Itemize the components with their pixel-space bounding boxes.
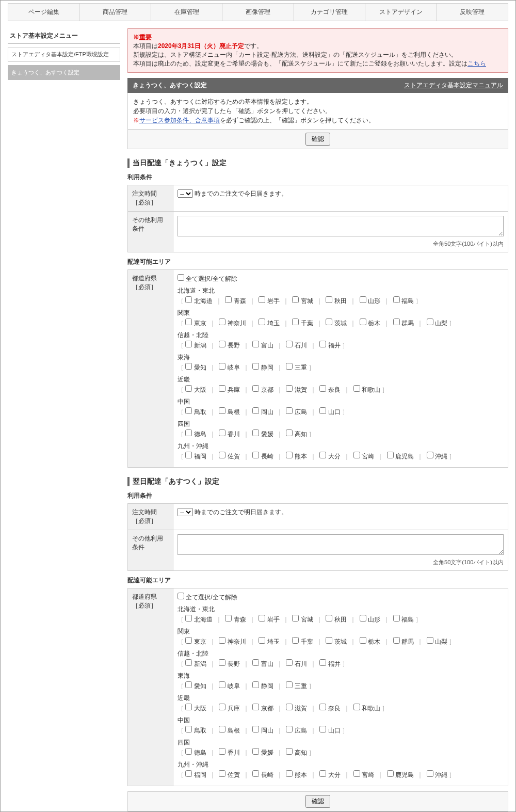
pref-checkbox[interactable]: 福井 <box>319 342 340 349</box>
pref-checkbox[interactable]: 香川 <box>219 431 239 438</box>
pref-checkbox[interactable]: 福島 <box>393 616 414 623</box>
pref-checkbox[interactable]: 熊本 <box>286 453 307 460</box>
pref-checkbox[interactable]: 京都 <box>252 386 273 393</box>
pref-checkbox[interactable]: 岡山 <box>252 727 273 734</box>
topnav-item-2[interactable]: 在庫管理 <box>151 4 222 21</box>
pref-checkbox[interactable]: 岐阜 <box>219 364 239 371</box>
pref-checkbox[interactable]: 群馬 <box>393 320 414 327</box>
pref-checkbox[interactable]: 茨城 <box>326 638 346 645</box>
pref-checkbox[interactable]: 滋賀 <box>286 386 307 393</box>
pref-checkbox[interactable]: 長崎 <box>252 453 273 460</box>
pref-checkbox[interactable]: 島根 <box>219 408 239 416</box>
pref-checkbox[interactable]: 岩手 <box>259 616 279 623</box>
pref-checkbox[interactable]: 富山 <box>252 660 273 667</box>
pref-checkbox[interactable]: 宮崎 <box>353 453 374 460</box>
pref-checkbox[interactable]: 埼玉 <box>259 320 279 327</box>
pref-checkbox[interactable]: 山口 <box>319 727 340 734</box>
pref-checkbox[interactable]: 岩手 <box>259 297 279 305</box>
pref-checkbox[interactable]: 栃木 <box>360 320 380 327</box>
pref-checkbox[interactable]: 福岡 <box>185 453 206 460</box>
pref-checkbox[interactable]: 広島 <box>286 408 307 416</box>
pref-checkbox[interactable]: 鳥取 <box>185 727 206 734</box>
pref-checkbox[interactable]: 大分 <box>319 453 340 460</box>
pref-checkbox[interactable]: 静岡 <box>252 364 273 371</box>
pref-checkbox[interactable]: 栃木 <box>360 638 380 645</box>
pref-checkbox[interactable]: 沖縄 <box>427 453 447 460</box>
pref-checkbox[interactable]: 山梨 <box>427 320 447 327</box>
terms-link[interactable]: サービス参加条件、合意事項 <box>139 117 220 124</box>
select-order-time-2[interactable]: -- <box>178 508 193 516</box>
pref-checkbox[interactable]: 山形 <box>360 616 380 623</box>
topnav-item-6[interactable]: 反映管理 <box>437 4 508 21</box>
pref-checkbox[interactable]: 長野 <box>219 660 239 667</box>
topnav-item-0[interactable]: ページ編集 <box>8 4 79 21</box>
pref-checkbox[interactable]: 大阪 <box>185 705 206 712</box>
pref-checkbox[interactable]: 香川 <box>219 749 239 756</box>
pref-checkbox[interactable]: 兵庫 <box>219 386 239 393</box>
pref-checkbox[interactable]: 三重 <box>286 682 307 690</box>
pref-checkbox[interactable]: 大分 <box>319 771 340 778</box>
select-order-time-1[interactable]: -- <box>178 189 193 198</box>
pref-checkbox[interactable]: 岡山 <box>252 408 273 416</box>
pref-checkbox[interactable]: 青森 <box>225 297 246 305</box>
pref-checkbox[interactable]: 東京 <box>185 320 206 327</box>
pref-checkbox[interactable]: 佐賀 <box>219 771 239 778</box>
pref-checkbox[interactable]: 埼玉 <box>259 638 279 645</box>
pref-checkbox[interactable]: 熊本 <box>286 771 307 778</box>
manual-link[interactable]: ストアエディタ基本設定マニュアル <box>404 81 503 90</box>
textarea-other-1[interactable] <box>178 216 504 236</box>
pref-checkbox[interactable]: 奈良 <box>319 705 340 712</box>
pref-checkbox[interactable]: 兵庫 <box>219 705 239 712</box>
confirm-button-bottom[interactable]: 確認 <box>305 795 330 808</box>
pref-checkbox[interactable]: 愛媛 <box>252 431 273 438</box>
pref-checkbox[interactable]: 高知 <box>286 749 307 756</box>
textarea-other-2[interactable] <box>178 534 504 555</box>
pref-checkbox[interactable]: 鳥取 <box>185 408 206 416</box>
pref-checkbox[interactable]: 山形 <box>360 297 380 305</box>
pref-checkbox[interactable]: 長野 <box>219 342 239 349</box>
pref-checkbox[interactable]: 山口 <box>319 408 340 416</box>
pref-checkbox[interactable]: 岐阜 <box>219 682 239 690</box>
pref-checkbox[interactable]: 新潟 <box>185 342 206 349</box>
sidebar-item-kyotsuku[interactable]: きょうつく、あすつく設定 <box>8 65 120 80</box>
pref-checkbox[interactable]: 秋田 <box>326 616 346 623</box>
pref-checkbox[interactable]: 佐賀 <box>219 453 239 460</box>
pref-checkbox[interactable]: 愛知 <box>185 364 206 371</box>
pref-checkbox[interactable]: 神奈川 <box>219 638 246 645</box>
pref-checkbox[interactable]: 福岡 <box>185 771 206 778</box>
pref-checkbox[interactable]: 宮城 <box>292 297 313 305</box>
pref-checkbox[interactable]: 和歌山 <box>353 705 380 712</box>
pref-checkbox[interactable]: 千葉 <box>292 638 313 645</box>
pref-checkbox[interactable]: 新潟 <box>185 660 206 667</box>
pref-checkbox[interactable]: 鹿児島 <box>387 771 414 778</box>
pref-checkbox[interactable]: 宮城 <box>292 616 313 623</box>
pref-checkbox[interactable]: 山梨 <box>427 638 447 645</box>
topnav-item-1[interactable]: 商品管理 <box>79 4 151 21</box>
topnav-item-3[interactable]: 画像管理 <box>222 4 294 21</box>
pref-checkbox[interactable]: 三重 <box>286 364 307 371</box>
select-all-1[interactable]: 全て選択/全て解除 <box>178 274 504 283</box>
pref-checkbox[interactable]: 広島 <box>286 727 307 734</box>
pref-checkbox[interactable]: 宮崎 <box>353 771 374 778</box>
pref-checkbox[interactable]: 徳島 <box>185 749 206 756</box>
pref-checkbox[interactable]: 神奈川 <box>219 320 246 327</box>
pref-checkbox[interactable]: 群馬 <box>393 638 414 645</box>
confirm-button-top[interactable]: 確認 <box>305 133 330 146</box>
pref-checkbox[interactable]: 茨城 <box>326 320 346 327</box>
pref-checkbox[interactable]: 石川 <box>286 660 307 667</box>
pref-checkbox[interactable]: 愛知 <box>185 682 206 690</box>
pref-checkbox[interactable]: 島根 <box>219 727 239 734</box>
alert-link[interactable]: こちら <box>467 60 486 67</box>
pref-checkbox[interactable]: 北海道 <box>185 616 212 623</box>
topnav-item-4[interactable]: カテゴリ管理 <box>294 4 365 21</box>
pref-checkbox[interactable]: 鹿児島 <box>387 453 414 460</box>
pref-checkbox[interactable]: 長崎 <box>252 771 273 778</box>
select-all-2[interactable]: 全て選択/全て解除 <box>178 593 504 602</box>
topnav-item-5[interactable]: ストアデザイン <box>365 4 437 21</box>
pref-checkbox[interactable]: 奈良 <box>319 386 340 393</box>
pref-checkbox[interactable]: 東京 <box>185 638 206 645</box>
pref-checkbox[interactable]: 青森 <box>225 616 246 623</box>
pref-checkbox[interactable]: 滋賀 <box>286 705 307 712</box>
pref-checkbox[interactable]: 高知 <box>286 431 307 438</box>
pref-checkbox[interactable]: 千葉 <box>292 320 313 327</box>
